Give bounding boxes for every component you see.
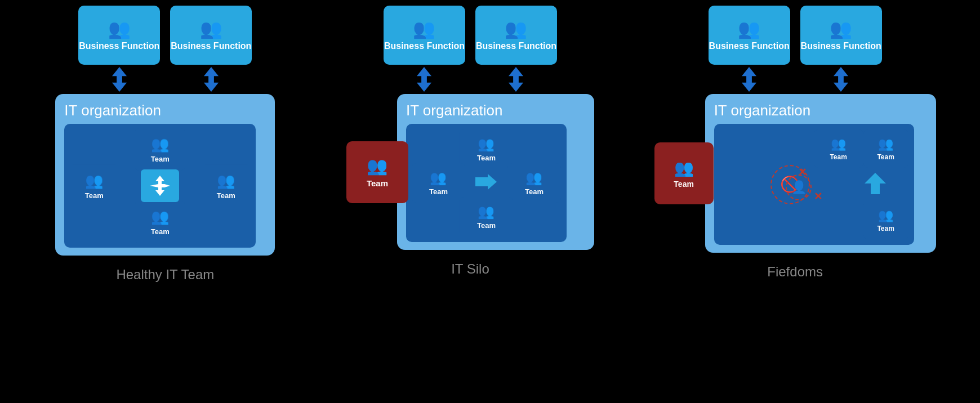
fiefdoms-red-team-icon: 👥	[674, 159, 694, 177]
silo-bf-2-label: Business Function	[476, 41, 556, 51]
silo-team-left: 👥 Team	[412, 163, 465, 203]
silo-arrow-1	[384, 67, 465, 92]
fiefdoms-people-icon-1: 👥	[738, 20, 760, 38]
svg-marker-4	[509, 67, 523, 92]
silo-team-left-label: Team	[429, 187, 448, 196]
move-icon	[141, 169, 179, 202]
silo-team-left-icon: 👥	[430, 170, 447, 186]
fiefdoms-inner-area: 🚫 👥 Team 👥 Team	[714, 124, 914, 245]
fiefdoms-org-wrapper: 👥 Team IT organization 🚫	[654, 94, 936, 253]
fiefdoms-center-arrow	[865, 173, 886, 196]
healthy-arrow-1	[78, 67, 160, 92]
svg-marker-3	[417, 67, 431, 92]
silo-inner-area: 👥 Team 👥 Team	[406, 124, 567, 242]
healthy-team-top-label: Team	[151, 155, 170, 163]
silo-team-right: 👥 Team	[507, 163, 561, 203]
silo-team-top-label: Team	[477, 154, 496, 162]
svg-marker-2	[150, 176, 170, 196]
svg-marker-7	[834, 67, 848, 92]
team-right-icon: 👥	[217, 172, 235, 190]
fiefdoms-team-right-top-label: Team	[877, 153, 894, 161]
fiefdoms-up-arrow-icon	[865, 173, 886, 194]
healthy-arrow-2	[170, 67, 252, 92]
healthy-team-right-label: Team	[217, 191, 235, 200]
healthy-bf-2-label: Business Function	[171, 41, 251, 51]
silo-team-top-icon: 👥	[478, 136, 495, 152]
fiefdoms-arrows	[709, 67, 882, 92]
fiefdoms-double-arrow-2	[828, 67, 853, 92]
healthy-business-functions: 👥 Business Function 👥 Business Function	[78, 6, 252, 65]
silo-bf-1: 👥 Business Function	[384, 6, 465, 65]
fiefdoms-people-icon-2: 👥	[830, 20, 852, 38]
people-icon-2: 👥	[200, 20, 222, 38]
fiefdoms-team-top-icon: 👥	[831, 137, 846, 151]
fiefdoms-label: Fiefdoms	[767, 264, 823, 280]
healthy-bf-1: 👥 Business Function	[78, 6, 160, 65]
fiefdoms-team-top: 👥 Team	[814, 129, 863, 168]
fiefdoms-business-functions: 👥 Business Function 👥 Business Function	[709, 6, 882, 65]
silo-team-right-label: Team	[525, 187, 544, 196]
team-left-icon: 👥	[85, 172, 103, 190]
fiefdoms-team-right-bottom-icon: 👥	[878, 208, 893, 223]
fiefdoms-bf-1: 👥 Business Function	[709, 6, 790, 65]
silo-team-bottom-icon: 👥	[478, 204, 495, 220]
svg-marker-0	[112, 67, 127, 92]
silo-scenario: 👥 Business Function 👥 Business Function	[318, 6, 622, 277]
fiefdoms-double-arrow-1	[737, 67, 761, 92]
right-arrow-icon	[475, 174, 497, 190]
silo-people-icon-2: 👥	[505, 20, 527, 38]
silo-people-icon-1: 👥	[413, 20, 435, 38]
fiefdoms-red-team: 👥 Team	[654, 142, 714, 204]
svg-marker-6	[742, 67, 756, 92]
healthy-bf-2: 👥 Business Function	[170, 6, 252, 65]
healthy-team-left: 👥 Team	[69, 165, 119, 207]
silo-arrow-2	[475, 67, 557, 92]
fiefdoms-team-right-bottom-label: Team	[877, 225, 894, 232]
healthy-org-title: IT organization	[64, 102, 161, 119]
silo-team-bottom-label: Team	[477, 221, 496, 230]
fiefdoms-person-icon: 👤	[791, 180, 807, 195]
silo-red-team: 👥 Team	[346, 141, 408, 203]
healthy-team-top: 👥 Team	[135, 128, 185, 171]
silo-org-wrapper: 👥 Team IT organization 👥 Team 👥 Team	[346, 94, 594, 250]
team-bottom-icon: 👥	[151, 208, 169, 226]
silo-red-team-icon: 👥	[367, 156, 387, 176]
fiefdoms-arrow-2	[800, 67, 882, 92]
silo-red-team-label: Team	[367, 178, 388, 188]
fiefdoms-scenario: 👥 Business Function 👥 Business Function	[632, 6, 959, 280]
fiefdoms-red-team-label: Team	[674, 180, 694, 189]
svg-marker-8	[865, 173, 886, 194]
silo-business-functions: 👥 Business Function 👥 Business Function	[384, 6, 557, 65]
silo-org-title: IT organization	[406, 102, 503, 119]
healthy-team-left-label: Team	[85, 191, 104, 200]
silo-double-arrow-2	[504, 67, 528, 92]
double-arrow-icon-1	[107, 67, 132, 92]
silo-it-org: IT organization 👥 Team 👥 Team	[397, 94, 594, 250]
fiefdoms-bf-1-label: Business Function	[709, 41, 790, 51]
people-icon-1: 👥	[108, 20, 131, 38]
silo-bf-2: 👥 Business Function	[475, 6, 557, 65]
healthy-team-right: 👥 Team	[201, 165, 251, 207]
healthy-it-org: IT organization 👥 Team 👥 Team 👥 Team	[55, 94, 275, 256]
fiefdoms-team-right-top-icon: 👥	[878, 137, 893, 151]
silo-label: IT Silo	[451, 261, 489, 277]
silo-double-arrow-1	[412, 67, 436, 92]
healthy-arrows	[78, 67, 252, 92]
silo-bf-1-label: Business Function	[384, 41, 465, 51]
svg-marker-5	[475, 174, 497, 190]
fiefdoms-team-top-label: Team	[830, 153, 847, 161]
healthy-team-bottom: 👥 Team	[135, 201, 185, 243]
fiefdoms-x-2: ✕	[814, 190, 822, 203]
fiefdoms-it-org: IT organization 🚫 👥 Team	[705, 94, 936, 253]
fiefdoms-team-right-bottom: 👥 Team	[863, 201, 908, 239]
silo-arrows	[384, 67, 557, 92]
fiefdoms-arrow-1	[709, 67, 790, 92]
healthy-team-bottom-label: Team	[151, 227, 170, 236]
healthy-inner-grid: 👥 Team 👥 Team 👥 Team 👥 Team	[64, 124, 256, 248]
fiefdoms-bf-2: 👥 Business Function	[800, 6, 882, 65]
fiefdoms-bf-2-label: Business Function	[801, 41, 881, 51]
team-top-icon: 👥	[151, 136, 169, 153]
double-arrow-icon-2	[199, 67, 224, 92]
main-container: 👥 Business Function 👥 Business Function	[0, 0, 980, 403]
healthy-bf-1-label: Business Function	[79, 41, 159, 51]
